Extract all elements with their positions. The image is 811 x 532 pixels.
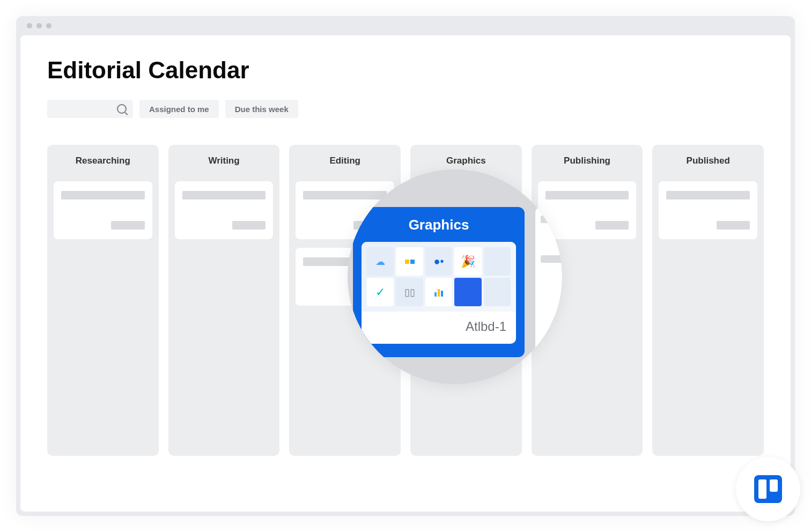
card-placeholder-line	[303, 191, 387, 200]
trello-logo-badge[interactable]	[736, 457, 800, 521]
tile-icon: ✓	[367, 278, 394, 306]
magnified-card[interactable]: ☁ ●• 🎉 ✓ ▯▯	[362, 242, 516, 344]
card-placeholder-line	[545, 191, 629, 200]
titlebar-minimize-dot[interactable]	[36, 23, 42, 28]
kanban-card[interactable]	[659, 181, 757, 239]
column-header: Published	[659, 156, 757, 166]
column-header: Writing	[175, 156, 274, 166]
tile-icon: ●•	[425, 247, 452, 276]
tile-icon: ☁	[367, 247, 394, 276]
card-cover-image: ☁ ●• 🎉 ✓ ▯▯	[362, 242, 516, 312]
titlebar-maximize-dot[interactable]	[46, 23, 51, 28]
filter-bar: Assigned to me Due this week	[47, 100, 764, 118]
card-placeholder-line	[303, 257, 353, 266]
card-placeholder-line	[111, 221, 144, 230]
content-area: Editorial Calendar Assigned to me Due th…	[20, 35, 791, 512]
column-header: Graphics	[417, 156, 515, 166]
squares-icon	[405, 260, 415, 264]
cloud-icon: ☁	[375, 256, 385, 268]
columns-icon: ▯▯	[404, 286, 415, 298]
filter-due-this-week[interactable]: Due this week	[225, 100, 298, 118]
tile-icon: 🎉	[454, 247, 481, 276]
bar-chart-icon	[434, 288, 443, 297]
page-title: Editorial Calendar	[47, 57, 764, 84]
app-window: Editorial Calendar Assigned to me Due th…	[16, 16, 795, 516]
tile-icon	[484, 278, 511, 306]
window-titlebar	[16, 16, 795, 35]
column-published[interactable]: Published	[652, 145, 764, 456]
column-header: Researching	[54, 156, 152, 166]
tile-icon	[396, 247, 423, 276]
column-researching[interactable]: Researching	[47, 145, 159, 456]
card-placeholder-line	[232, 221, 266, 230]
magnified-column-title: Graphics	[362, 217, 516, 233]
kanban-card[interactable]	[54, 181, 152, 239]
kanban-card[interactable]	[538, 181, 637, 239]
column-header: Editing	[296, 156, 394, 166]
magnifier-overlay: Graphics ☁ ●• 🎉 ✓ ▯▯	[348, 169, 562, 384]
card-placeholder-line	[666, 191, 750, 200]
titlebar-close-dot[interactable]	[27, 23, 32, 28]
magnified-column-graphics[interactable]: Graphics ☁ ●• 🎉 ✓ ▯▯	[353, 207, 525, 357]
card-placeholder-line	[595, 221, 629, 230]
trello-icon	[754, 475, 782, 503]
search-input[interactable]	[47, 100, 133, 118]
card-placeholder-line	[182, 191, 266, 200]
balloons-icon: ●•	[433, 255, 444, 268]
card-placeholder-line	[717, 221, 750, 230]
search-icon	[117, 104, 127, 114]
tile-box-icon	[454, 278, 481, 306]
confetti-icon: 🎉	[461, 255, 475, 269]
tile-icon	[484, 247, 511, 276]
kanban-card[interactable]	[175, 181, 274, 239]
card-placeholder-line	[541, 255, 562, 263]
filter-assigned-to-me[interactable]: Assigned to me	[139, 100, 219, 118]
magnifier-content: Graphics ☁ ●• 🎉 ✓ ▯▯	[348, 207, 562, 357]
card-placeholder-line	[61, 191, 145, 200]
column-header: Publishing	[538, 156, 637, 166]
tile-icon: ▯▯	[396, 278, 423, 306]
check-circle-icon: ✓	[375, 285, 385, 299]
column-writing[interactable]: Writing	[168, 145, 280, 456]
tile-icon	[425, 278, 452, 306]
card-id-label: Atlbd-1	[362, 312, 516, 344]
